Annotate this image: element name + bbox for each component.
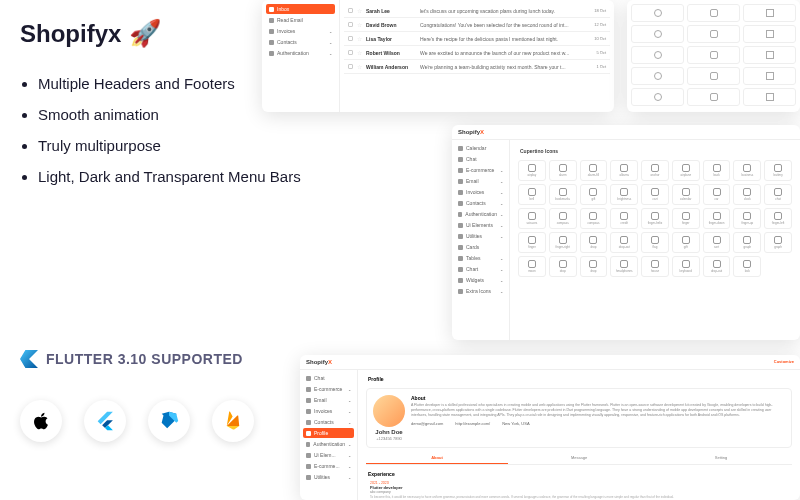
icon-cell-headphones[interactable]: headphones: [610, 256, 638, 277]
icon-cell-credit[interactable]: credit: [610, 208, 638, 229]
star-icon[interactable]: ☆: [357, 21, 362, 28]
icon-cell-gift[interactable]: gift: [672, 232, 700, 253]
customize-badge[interactable]: Customize: [774, 359, 794, 364]
icon-cell-airplay[interactable]: airplay: [518, 160, 546, 181]
checkbox[interactable]: [348, 22, 353, 27]
icon-cell-graph[interactable]: graph: [764, 232, 792, 253]
icon-cell-sort[interactable]: sort: [703, 232, 731, 253]
sidebar-item[interactable]: Profile: [303, 428, 354, 438]
icon-cell-scissors[interactable]: scissors: [518, 208, 546, 229]
sidebar-item[interactable]: Authentication⌄: [303, 439, 354, 449]
icon-cell-finger-left[interactable]: finger-left: [764, 208, 792, 229]
shape-cell[interactable]: [743, 25, 796, 43]
icon-cell-lock[interactable]: lock: [733, 256, 761, 277]
icon-cell-finger-helix[interactable]: finger-helix: [641, 208, 669, 229]
icon-cell-finger-up[interactable]: finger-up: [733, 208, 761, 229]
sidebar-item[interactable]: Utilities⌄: [303, 472, 354, 482]
star-icon[interactable]: ☆: [357, 63, 362, 70]
icon-cell-graph[interactable]: graph: [733, 232, 761, 253]
sidebar-item[interactable]: Widgets⌄: [455, 275, 506, 285]
icon-cell-back[interactable]: back: [703, 160, 731, 181]
icon-cell-albums[interactable]: albums: [610, 160, 638, 181]
shape-cell[interactable]: [631, 4, 684, 22]
icon-cell-cart[interactable]: cart: [641, 184, 669, 205]
sidebar-item[interactable]: Contacts⌄: [455, 198, 506, 208]
icon-cell-drop[interactable]: drop: [580, 256, 608, 277]
checkbox[interactable]: [348, 36, 353, 41]
icon-cell-gift[interactable]: gift: [580, 184, 608, 205]
icon-cell-drop[interactable]: drop: [549, 256, 577, 277]
sidebar-item[interactable]: Extra Icons⌄: [455, 286, 506, 296]
sidebar-item[interactable]: E-commerce⌄: [303, 384, 354, 394]
sidebar-item[interactable]: Tables⌄: [455, 253, 506, 263]
icon-cell-business[interactable]: business: [733, 160, 761, 181]
icon-cell-calendar[interactable]: calendar: [672, 184, 700, 205]
email-row[interactable]: ☆William AndersonWe're planning a team-b…: [344, 60, 610, 74]
sidebar-item[interactable]: Chat: [455, 154, 506, 164]
shape-cell[interactable]: [631, 67, 684, 85]
sidebar-item-read[interactable]: Read Email: [266, 15, 335, 25]
email-row[interactable]: ☆Lisa TaylorHere's the recipe for the de…: [344, 32, 610, 46]
icon-cell-airplane[interactable]: airplane: [672, 160, 700, 181]
sidebar-item-contacts[interactable]: Contacts⌄: [266, 37, 335, 47]
icon-cell-alarm[interactable]: alarm: [549, 160, 577, 181]
star-icon[interactable]: ☆: [357, 7, 362, 14]
checkbox[interactable]: [348, 50, 353, 55]
checkbox[interactable]: [348, 64, 353, 69]
star-icon[interactable]: ☆: [357, 35, 362, 42]
shape-cell[interactable]: [743, 4, 796, 22]
sidebar-item-invoices[interactable]: Invoices⌄: [266, 26, 335, 36]
email-row[interactable]: ☆David BrownCongratulations! You've been…: [344, 18, 610, 32]
sidebar-item[interactable]: Authentication⌄: [455, 209, 506, 219]
email-row[interactable]: ☆Robert WilsonWe are excited to announce…: [344, 46, 610, 60]
sidebar-item[interactable]: Utilities⌄: [455, 231, 506, 241]
icon-cell-moon[interactable]: moon: [518, 256, 546, 277]
icon-cell-clock[interactable]: clock: [733, 184, 761, 205]
sidebar-item-inbox[interactable]: Inbox: [266, 4, 335, 14]
shape-cell[interactable]: [743, 46, 796, 64]
shape-cell[interactable]: [687, 25, 740, 43]
icon-cell-chat[interactable]: chat: [764, 184, 792, 205]
icon-cell-finger[interactable]: finger: [518, 232, 546, 253]
tab-setting[interactable]: Setting: [650, 452, 792, 464]
icon-cell-bell[interactable]: bell: [518, 184, 546, 205]
sidebar-item[interactable]: Invoices⌄: [303, 406, 354, 416]
sidebar-item[interactable]: Cards: [455, 242, 506, 252]
shape-cell[interactable]: [687, 88, 740, 106]
icon-cell-drop[interactable]: drop: [580, 232, 608, 253]
shape-cell[interactable]: [743, 88, 796, 106]
star-icon[interactable]: ☆: [357, 49, 362, 56]
tab-about[interactable]: About: [366, 452, 508, 464]
shape-cell[interactable]: [631, 25, 684, 43]
icon-cell-finger-down[interactable]: finger-down: [703, 208, 731, 229]
icon-cell-keyboard[interactable]: keyboard: [672, 256, 700, 277]
shape-cell[interactable]: [687, 4, 740, 22]
icon-cell-brightness[interactable]: brightness: [610, 184, 638, 205]
sidebar-item[interactable]: Email⌄: [303, 395, 354, 405]
sidebar-item[interactable]: E-commerce⌄: [455, 165, 506, 175]
icon-cell-compass[interactable]: compass: [580, 208, 608, 229]
icon-cell-drop-out[interactable]: drop-out: [703, 256, 731, 277]
icon-cell-anchor[interactable]: anchor: [641, 160, 669, 181]
sidebar-item[interactable]: Calendar: [455, 143, 506, 153]
icon-cell-car[interactable]: car: [703, 184, 731, 205]
icon-cell-bookmarks[interactable]: bookmarks: [549, 184, 577, 205]
sidebar-item[interactable]: Chart⌄: [455, 264, 506, 274]
sidebar-item[interactable]: Chat: [303, 373, 354, 383]
sidebar-item-auth[interactable]: Authentication⌄: [266, 48, 335, 58]
checkbox[interactable]: [348, 8, 353, 13]
email-row[interactable]: ☆Sarah Leelet's discuss our upcoming vac…: [344, 4, 610, 18]
icon-cell-house[interactable]: house: [641, 256, 669, 277]
icon-cell-flag[interactable]: flag: [641, 232, 669, 253]
shape-cell[interactable]: [743, 67, 796, 85]
shape-cell[interactable]: [687, 67, 740, 85]
icon-cell-drop-out[interactable]: drop-out: [610, 232, 638, 253]
icon-cell-compass[interactable]: compass: [549, 208, 577, 229]
shape-cell[interactable]: [687, 46, 740, 64]
tab-message[interactable]: Message: [508, 452, 650, 464]
sidebar-item[interactable]: Ui Elements⌄: [455, 220, 506, 230]
sidebar-item[interactable]: Ui Elem...⌄: [303, 450, 354, 460]
sidebar-item[interactable]: Contacts⌄: [303, 417, 354, 427]
sidebar-item[interactable]: Email⌄: [455, 176, 506, 186]
icon-cell-finger[interactable]: finger: [672, 208, 700, 229]
